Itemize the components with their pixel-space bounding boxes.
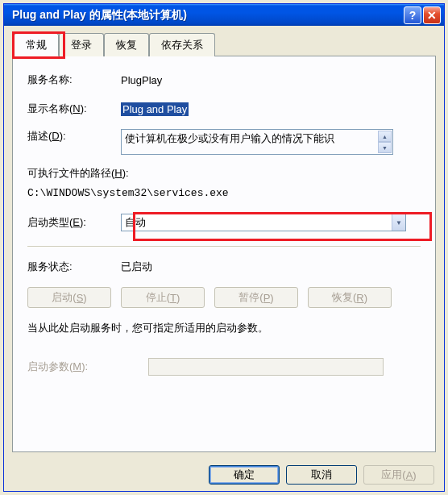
content-area: 常规 登录 恢复 依存关系 服务名称: PlugPlay 显示名称(N): Pl…: [4, 26, 444, 459]
titlebar[interactable]: Plug and Play 的属性(本地计算机) ? ✕: [4, 4, 444, 26]
service-control-buttons: 启动(S) 停止(T) 暂停(P) 恢复(R): [27, 287, 421, 308]
scroll-up-button[interactable]: ▲: [378, 131, 392, 142]
status-row: 服务状态: 已启动: [27, 258, 421, 276]
window-title: Plug and Play 的属性(本地计算机): [7, 8, 402, 23]
chevron-down-icon: ▼: [392, 214, 405, 231]
service-name-value: PlugPlay: [121, 74, 162, 86]
cancel-button[interactable]: 取消: [286, 465, 357, 485]
ok-button[interactable]: 确定: [209, 465, 280, 485]
startup-type-select[interactable]: 自动 ▼: [121, 214, 406, 231]
description-scrollbar: ▲ ▼: [378, 131, 392, 153]
exe-path-value: C:\WINDOWS\system32\services.exe: [27, 185, 421, 201]
pause-button: 暂停(P): [214, 287, 298, 308]
status-value: 已启动: [121, 260, 152, 274]
service-name-row: 服务名称: PlugPlay: [27, 71, 421, 89]
note-text: 当从此处启动服务时，您可指定所适用的启动参数。: [27, 321, 421, 335]
dialog-footer: 确定 取消 应用(A): [4, 459, 444, 491]
startup-type-label: 启动类型(E):: [27, 215, 121, 230]
tab-logon[interactable]: 登录: [59, 33, 104, 56]
help-button[interactable]: ?: [404, 6, 421, 24]
properties-dialog: Plug and Play 的属性(本地计算机) ? ✕ 常规 登录 恢复 依存…: [3, 3, 445, 492]
start-params-label: 启动参数(M):: [27, 360, 148, 374]
description-row: 描述(D): 使计算机在极少或没有用户输入的情况下能识 ▲ ▼: [27, 129, 421, 155]
start-params-input: [148, 358, 384, 376]
separator: [27, 246, 421, 247]
startup-type-row: 启动类型(E): 自动 ▼: [27, 214, 421, 231]
general-panel: 服务名称: PlugPlay 显示名称(N): Plug and Play 描述…: [12, 56, 436, 452]
tab-recovery[interactable]: 恢复: [104, 33, 149, 56]
tab-strip: 常规 登录 恢复 依存关系: [14, 32, 436, 56]
status-label: 服务状态:: [27, 260, 121, 274]
tab-general[interactable]: 常规: [14, 33, 59, 56]
tab-dependencies[interactable]: 依存关系: [149, 33, 215, 56]
stop-button: 停止(T): [121, 287, 205, 308]
start-params-row: 启动参数(M):: [27, 358, 421, 376]
service-name-label: 服务名称:: [27, 73, 121, 87]
display-name-value[interactable]: Plug and Play: [121, 102, 189, 116]
description-label: 描述(D):: [27, 129, 121, 144]
scroll-down-button[interactable]: ▼: [378, 142, 392, 153]
description-textarea[interactable]: 使计算机在极少或没有用户输入的情况下能识 ▲ ▼: [121, 129, 393, 155]
display-name-row: 显示名称(N): Plug and Play: [27, 100, 421, 118]
resume-button: 恢复(R): [308, 287, 392, 308]
display-name-label: 显示名称(N):: [27, 102, 121, 116]
apply-button: 应用(A): [363, 465, 434, 485]
close-button[interactable]: ✕: [423, 6, 441, 24]
exe-path-label: 可执行文件的路径(H):: [27, 166, 421, 181]
close-icon: ✕: [427, 9, 437, 22]
start-button: 启动(S): [27, 287, 111, 308]
